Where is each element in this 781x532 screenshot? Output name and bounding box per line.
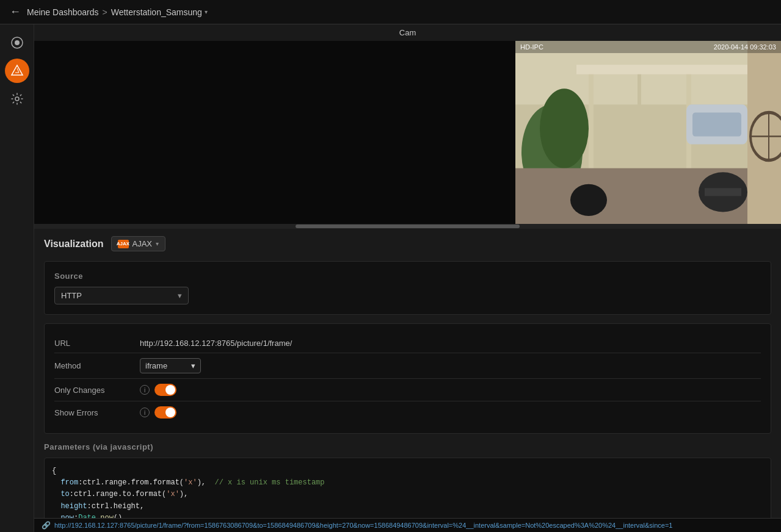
main-layout: Cam HD-IPC 2020-04-14 09:32:03: [0, 24, 781, 532]
svg-rect-13: [692, 112, 741, 136]
svg-rect-16: [705, 188, 741, 196]
breadcrumb: Meine Dashboards > Wetterstation_Samsung…: [27, 7, 208, 17]
sidebar: [0, 24, 34, 532]
only-changes-toggle[interactable]: [154, 384, 176, 396]
breadcrumb-home[interactable]: Meine Dashboards: [27, 7, 99, 17]
only-changes-container: i: [140, 384, 761, 396]
bottom-url-text[interactable]: http://192.168.12.127:8765/picture/1/fra…: [54, 522, 672, 529]
link-icon: 🔗: [42, 521, 51, 530]
show-errors-label: Show Errors: [54, 408, 140, 417]
show-errors-info-icon[interactable]: i: [140, 408, 150, 417]
cam-id-label: HD-IPC: [520, 43, 543, 51]
code-height-line: height:ctrl.height,: [52, 501, 763, 512]
show-errors-container: i: [140, 406, 761, 419]
code-from-line: from:ctrl.range.from.format('x'), // x i…: [52, 477, 763, 489]
back-button[interactable]: ←: [10, 5, 21, 18]
svg-point-3: [15, 97, 19, 101]
params-section: Parameters (via javascript) { from:ctrl.…: [44, 442, 771, 518]
url-input[interactable]: [140, 339, 761, 348]
url-row: URL: [54, 334, 761, 353]
show-errors-row: Show Errors i: [54, 401, 761, 423]
camera-preview-panel: Cam HD-IPC 2020-04-14 09:32:03: [34, 24, 781, 229]
cam-timestamp-label: 2020-04-14 09:32:03: [714, 43, 776, 51]
camera-scrollbar[interactable]: [34, 224, 781, 229]
sidebar-icon-gear[interactable]: [5, 87, 29, 111]
http-config-section: URL Method iframe ▾: [44, 323, 771, 434]
breadcrumb-current[interactable]: Wetterstation_Samsung ▾: [111, 7, 208, 17]
viz-type-arrow: ▾: [156, 240, 159, 247]
cam-label: Cam: [34, 24, 781, 41]
ajax-icon: AJAX: [118, 240, 129, 248]
svg-point-7: [540, 88, 589, 168]
only-changes-value: i: [140, 384, 761, 396]
only-changes-info-icon[interactable]: i: [140, 385, 150, 395]
method-value: iframe ▾: [140, 358, 761, 373]
only-changes-label: Only Changes: [54, 386, 140, 395]
page-dropdown-arrow[interactable]: ▾: [205, 9, 208, 15]
content-area: Cam HD-IPC 2020-04-14 09:32:03: [34, 24, 781, 532]
cam-image: [515, 41, 781, 224]
source-dropdown[interactable]: HTTP ▾: [54, 287, 189, 304]
scrollbar-thumb: [296, 225, 520, 228]
bottom-url-bar: 🔗 http://192.168.12.127:8765/picture/1/f…: [34, 518, 781, 532]
viz-header: Visualization AJAX AJAX ▾: [44, 236, 771, 251]
viz-type-button[interactable]: AJAX AJAX ▾: [111, 236, 166, 251]
only-changes-row: Only Changes i: [54, 379, 761, 401]
show-errors-toggle[interactable]: [154, 406, 176, 419]
sidebar-icon-chart[interactable]: [5, 59, 29, 83]
method-value-label: iframe: [145, 361, 167, 370]
code-to-line: to:ctrl.range.to.format('x'),: [52, 489, 763, 500]
current-page-label: Wetterstation_Samsung: [111, 7, 202, 17]
viz-type-label: AJAX: [133, 239, 153, 248]
method-label: Method: [54, 361, 140, 370]
method-row: Method iframe ▾: [54, 353, 761, 379]
method-dropdown-arrow: ▾: [191, 361, 195, 370]
svg-point-17: [570, 184, 607, 216]
url-label: URL: [54, 339, 140, 348]
params-label: Parameters (via javascript): [44, 442, 771, 451]
breadcrumb-sep: >: [103, 7, 107, 17]
code-block: { from:ctrl.range.from.format('x'), // x…: [44, 458, 771, 518]
code-now-line: now:Date.now(),: [52, 512, 763, 518]
svg-marker-2: [12, 65, 23, 75]
top-nav: ← Meine Dashboards > Wetterstation_Samsu…: [0, 0, 781, 24]
show-errors-value: i: [140, 406, 761, 419]
source-value: HTTP: [61, 291, 82, 300]
config-panel: Visualization AJAX AJAX ▾ Source HTTP ▾: [34, 229, 781, 518]
cam-right-panel: HD-IPC 2020-04-14 09:32:03: [515, 41, 781, 224]
svg-rect-18: [747, 41, 781, 224]
svg-rect-8: [576, 65, 747, 74]
source-section: Source HTTP ▾: [44, 261, 771, 315]
cam-left-panel: [34, 41, 515, 224]
cam-view: HD-IPC 2020-04-14 09:32:03: [34, 41, 781, 224]
sidebar-icon-layers[interactable]: [5, 31, 29, 55]
source-dropdown-arrow: ▾: [178, 291, 182, 300]
cam-overlay: HD-IPC 2020-04-14 09:32:03: [515, 41, 781, 53]
url-value[interactable]: [140, 339, 761, 348]
method-dropdown[interactable]: iframe ▾: [140, 358, 201, 373]
viz-title: Visualization: [44, 239, 104, 250]
svg-point-1: [15, 40, 20, 45]
code-open-brace: {: [52, 466, 763, 477]
source-label: Source: [54, 271, 761, 281]
